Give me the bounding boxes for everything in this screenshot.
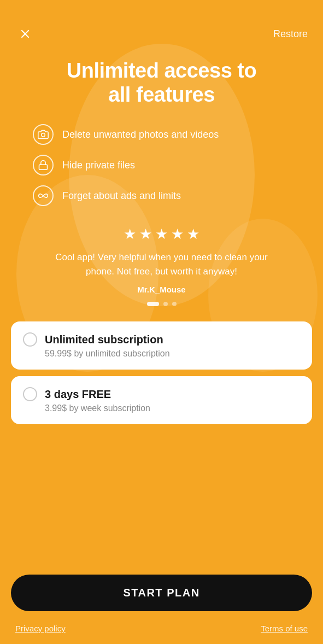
star-3: ★: [155, 226, 168, 243]
plan-card-unlimited[interactable]: Unlimited subscription 59.99$ by unlimit…: [11, 321, 312, 370]
feature-text-camera: Delete unwanted photos and videos: [62, 128, 219, 141]
start-plan-container: START PLAN: [0, 575, 323, 611]
lock-icon: [33, 155, 54, 175]
feature-item-camera: Delete unwanted photos and videos: [33, 124, 290, 145]
close-icon: [20, 28, 31, 39]
plans-section: Unlimited subscription 59.99$ by unlimit…: [0, 306, 323, 424]
terms-of-use-link[interactable]: Terms of use: [261, 624, 308, 633]
plan-card-trial[interactable]: 3 days FREE 3.99$ by week subscription: [11, 376, 312, 424]
plan-title-trial: 3 days FREE: [45, 388, 111, 401]
close-button[interactable]: [15, 24, 35, 44]
feature-text-infinity: Forget about ads and limits: [62, 190, 181, 202]
dot-active: [147, 302, 159, 306]
privacy-policy-link[interactable]: Privacy policy: [15, 624, 66, 633]
dot-2: [163, 302, 168, 306]
main-title: Unlimited access toall features: [67, 59, 256, 107]
plan-title-unlimited: Unlimited subscription: [45, 333, 163, 346]
plan-subtitle-unlimited: 59.99$ by unlimited subscription: [23, 349, 300, 359]
carousel-dots: [147, 302, 177, 306]
star-5: ★: [187, 226, 199, 243]
plan-subtitle-trial: 3.99$ by week subscription: [23, 403, 300, 413]
radio-unlimited: [23, 332, 37, 347]
review-section: ★ ★ ★ ★ ★ Cool app! Very helpful when yo…: [31, 226, 293, 306]
feature-item-infinity: Forget about ads and limits: [33, 185, 290, 206]
reviewer-name: Mr.K_Mouse: [137, 285, 185, 294]
star-4: ★: [171, 226, 184, 243]
features-section: Delete unwanted photos and videos Hide p…: [0, 107, 323, 206]
svg-rect-3: [39, 165, 48, 170]
dot-3: [172, 302, 177, 306]
star-2: ★: [139, 226, 152, 243]
header: Restore: [0, 0, 323, 44]
infinity-icon: [33, 185, 54, 206]
title-section: Unlimited access toall features: [45, 44, 278, 107]
svg-point-2: [42, 133, 45, 137]
review-text: Cool app! Very helpful when you need to …: [52, 250, 271, 278]
start-plan-button[interactable]: START PLAN: [11, 575, 312, 611]
radio-trial: [23, 387, 37, 401]
feature-item-lock: Hide private files: [33, 155, 290, 175]
star-1: ★: [124, 226, 136, 243]
footer: Privacy policy Terms of use: [0, 624, 323, 633]
feature-text-lock: Hide private files: [62, 159, 135, 172]
restore-button[interactable]: Restore: [273, 28, 308, 40]
camera-icon: [33, 124, 54, 145]
stars: ★ ★ ★ ★ ★: [124, 226, 199, 243]
